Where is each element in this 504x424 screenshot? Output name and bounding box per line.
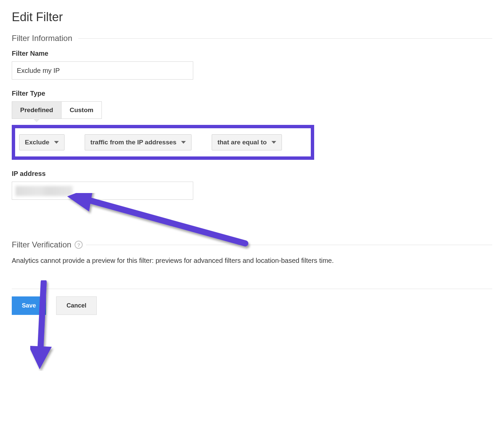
filter-source-dropdown[interactable]: traffic from the IP addresses [85,134,192,150]
filter-condition-dropdown[interactable]: that are equal to [212,134,282,150]
filter-source-value: traffic from the IP addresses [90,139,176,146]
chevron-down-icon [181,141,186,144]
tab-predefined[interactable]: Predefined [12,102,61,119]
filter-condition-value: that are equal to [217,139,267,146]
help-icon[interactable]: ? [75,241,83,249]
filter-action-dropdown[interactable]: Exclude [19,134,65,150]
chevron-down-icon [54,141,59,144]
cancel-button[interactable]: Cancel [56,296,97,315]
svg-line-0 [87,200,245,243]
ip-address-label: IP address [12,170,492,178]
filter-information-title: Filter Information [12,34,72,43]
annotation-highlight-box: Exclude traffic from the IP addresses th… [12,125,314,160]
action-buttons: Save Cancel [12,296,492,315]
filter-verification-header: Filter Verification ? [12,240,492,249]
section-divider [78,38,492,39]
verification-message: Analytics cannot provide a preview for t… [12,256,492,265]
filter-name-input[interactable] [12,61,193,80]
filter-type-field: Filter Type Predefined Custom Exclude tr… [12,90,492,160]
filter-verification-title: Filter Verification [12,240,71,249]
tab-custom[interactable]: Custom [61,102,101,119]
page-title: Edit Filter [12,10,492,24]
filter-name-label: Filter Name [12,50,492,57]
filter-name-field: Filter Name [12,50,492,80]
ip-address-field: IP address [12,170,492,200]
filter-information-header: Filter Information [12,34,492,43]
filter-type-label: Filter Type [12,90,492,97]
footer-divider [12,289,492,289]
section-divider [86,245,492,245]
filter-type-tabs: Predefined Custom [12,101,102,119]
filter-action-value: Exclude [25,139,49,146]
save-button[interactable]: Save [12,296,46,315]
redacted-ip-value [15,186,73,196]
filter-verification-section: Filter Verification ? Analytics cannot p… [12,240,492,265]
chevron-down-icon [271,141,276,144]
ip-address-input[interactable] [12,182,193,200]
